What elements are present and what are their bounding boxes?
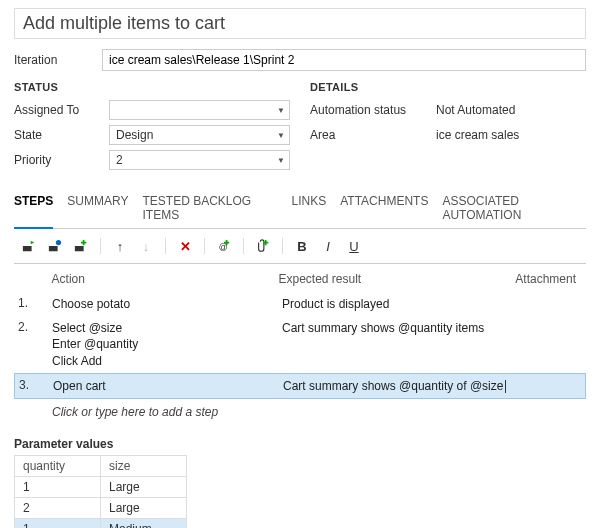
bold-button[interactable]: B [291, 235, 313, 257]
param-cell-size[interactable]: Large [101, 476, 187, 497]
iteration-input[interactable] [102, 49, 586, 71]
automation-status-value: Not Automated [430, 103, 586, 117]
add-step-placeholder[interactable]: Click or type here to add a step [14, 399, 586, 429]
assigned-to-label: Assigned To [14, 103, 109, 117]
move-up-icon[interactable]: ↑ [109, 235, 131, 257]
details-heading: DETAILS [310, 81, 586, 93]
underline-button[interactable]: U [343, 235, 365, 257]
svg-rect-1 [49, 246, 58, 251]
chevron-down-icon: ▼ [277, 131, 285, 140]
assigned-to-select[interactable]: ▼ [109, 100, 290, 120]
toolbar-separator [204, 238, 205, 254]
step-number: 3. [19, 378, 53, 392]
state-label: State [14, 128, 109, 142]
tab-associated-automation[interactable]: ASSOCIATED AUTOMATION [442, 188, 586, 228]
step-action[interactable]: Open cart [53, 378, 283, 394]
status-section: STATUS Assigned To ▼ State Design ▼ Prio… [14, 81, 290, 174]
area-value: ice cream sales [430, 128, 586, 142]
step-row[interactable]: 1. Choose potato Product is displayed [14, 292, 586, 316]
status-heading: STATUS [14, 81, 290, 93]
param-cell-quantity[interactable]: 1 [15, 518, 101, 528]
tab-summary[interactable]: SUMMARY [67, 188, 128, 228]
create-shared-step-icon[interactable] [70, 235, 92, 257]
chevron-down-icon: ▼ [277, 106, 285, 115]
steps-toolbar: ↑ ↓ ✕ @ B I U [14, 229, 586, 264]
svg-point-2 [56, 240, 61, 245]
italic-button[interactable]: I [317, 235, 339, 257]
step-number: 1. [18, 296, 52, 310]
state-value: Design [116, 128, 153, 142]
step-action[interactable]: Choose potato [52, 296, 282, 312]
param-cell-size[interactable]: Medium [101, 518, 187, 528]
step-row[interactable]: 3. Open cart Cart summary shows @quantit… [14, 373, 586, 399]
step-expected[interactable]: Cart summary shows @quantity items [282, 320, 522, 336]
tab-links[interactable]: LINKS [292, 188, 327, 228]
parameter-values-heading: Parameter values [14, 437, 586, 451]
tab-attachments[interactable]: ATTACHMENTS [340, 188, 428, 228]
col-action: Action [52, 272, 279, 286]
param-col-quantity[interactable]: quantity [15, 455, 101, 476]
tabs: STEPS SUMMARY TESTED BACKLOG ITEMS LINKS… [14, 188, 586, 229]
insert-step-icon[interactable] [18, 235, 40, 257]
step-action[interactable]: Select @size Enter @quantity Click Add [52, 320, 282, 369]
col-attachment: Attachment [515, 272, 582, 286]
toolbar-separator [243, 238, 244, 254]
param-col-size[interactable]: size [101, 455, 187, 476]
tab-tested-backlog-items[interactable]: TESTED BACKLOG ITEMS [142, 188, 277, 228]
step-number: 2. [18, 320, 52, 334]
work-item-title-input[interactable] [14, 8, 586, 39]
toolbar-separator [100, 238, 101, 254]
text-cursor [505, 380, 506, 393]
param-cell-quantity[interactable]: 1 [15, 476, 101, 497]
tab-steps[interactable]: STEPS [14, 188, 53, 229]
svg-rect-3 [75, 246, 84, 251]
priority-select[interactable]: 2 ▼ [109, 150, 290, 170]
priority-label: Priority [14, 153, 109, 167]
add-parameter-icon[interactable]: @ [213, 235, 235, 257]
col-expected: Expected result [278, 272, 515, 286]
state-select[interactable]: Design ▼ [109, 125, 290, 145]
param-cell-quantity[interactable]: 2 [15, 497, 101, 518]
param-row[interactable]: 1 Large [15, 476, 187, 497]
toolbar-separator [165, 238, 166, 254]
area-label: Area [310, 128, 430, 142]
iteration-label: Iteration [14, 53, 102, 67]
priority-value: 2 [116, 153, 123, 167]
step-row[interactable]: 2. Select @size Enter @quantity Click Ad… [14, 316, 586, 373]
chevron-down-icon: ▼ [277, 156, 285, 165]
delete-step-icon[interactable]: ✕ [174, 235, 196, 257]
param-cell-size[interactable]: Large [101, 497, 187, 518]
toolbar-separator [282, 238, 283, 254]
parameter-values-table: quantity size 1 Large 2 Large 1 Medium [14, 455, 187, 528]
step-expected[interactable]: Cart summary shows @quantity of @size [283, 378, 523, 394]
svg-rect-0 [23, 246, 32, 251]
step-expected[interactable]: Product is displayed [282, 296, 522, 312]
add-attachment-icon[interactable] [252, 235, 274, 257]
details-section: DETAILS Automation status Not Automated … [310, 81, 586, 174]
insert-shared-step-icon[interactable] [44, 235, 66, 257]
automation-status-label: Automation status [310, 103, 430, 117]
param-row[interactable]: 2 Large [15, 497, 187, 518]
steps-column-headers: Action Expected result Attachment [14, 264, 586, 292]
param-row[interactable]: 1 Medium [15, 518, 187, 528]
move-down-icon[interactable]: ↓ [135, 235, 157, 257]
